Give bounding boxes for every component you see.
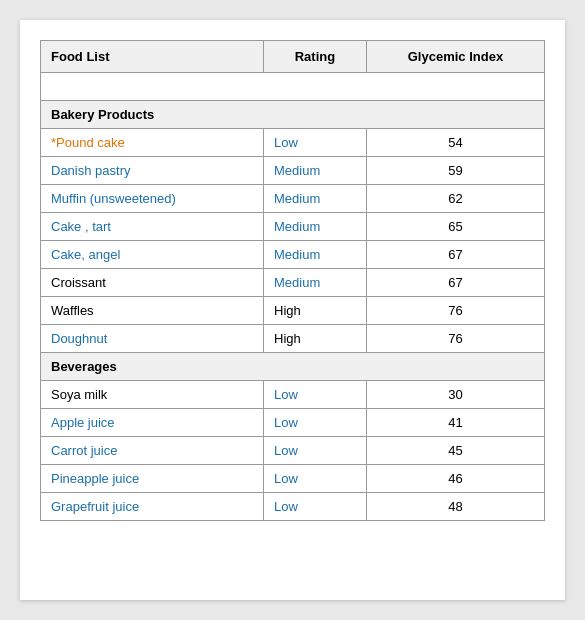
gi-cell: 67 <box>366 241 544 269</box>
food-name-cell: Pineapple juice <box>41 465 264 493</box>
food-name[interactable]: Cake, angel <box>51 247 120 262</box>
food-name-cell: Croissant <box>41 269 264 297</box>
gi-cell: 48 <box>366 493 544 521</box>
gi-cell: 45 <box>366 437 544 465</box>
gi-value: 67 <box>448 275 462 290</box>
food-name: Soya milk <box>51 387 107 402</box>
section-header-row: Bakery Products <box>41 101 545 129</box>
food-name-cell: *Pound cake <box>41 129 264 157</box>
food-name[interactable]: Carrot juice <box>51 443 117 458</box>
header-glycemic-index: Glycemic Index <box>366 41 544 73</box>
rating-value: Low <box>274 415 298 430</box>
gi-value: 54 <box>448 135 462 150</box>
rating-value: Medium <box>274 275 320 290</box>
rating-cell: Medium <box>264 185 367 213</box>
search-row <box>41 73 545 101</box>
table-row: Waffles High 76 <box>41 297 545 325</box>
food-name-cell: Doughnut <box>41 325 264 353</box>
food-name[interactable]: Pineapple juice <box>51 471 139 486</box>
rating-cell: Medium <box>264 213 367 241</box>
rating-value: Medium <box>274 247 320 262</box>
table-row: Grapefruit juice Low 48 <box>41 493 545 521</box>
rating-cell: Low <box>264 409 367 437</box>
food-name-cell: Carrot juice <box>41 437 264 465</box>
rating-value: High <box>274 303 301 318</box>
rating-cell: Low <box>264 381 367 409</box>
food-name-cell: Danish pastry <box>41 157 264 185</box>
rating-cell: Low <box>264 493 367 521</box>
rating-value: Medium <box>274 191 320 206</box>
rating-cell: Medium <box>264 269 367 297</box>
gi-cell: 59 <box>366 157 544 185</box>
rating-cell: High <box>264 297 367 325</box>
food-name-cell: Muffin (unsweetened) <box>41 185 264 213</box>
rating-value: Medium <box>274 163 320 178</box>
gi-cell: 46 <box>366 465 544 493</box>
search-cell[interactable] <box>41 73 545 101</box>
rating-value: Low <box>274 443 298 458</box>
food-name: Waffles <box>51 303 94 318</box>
table-row: Pineapple juice Low 46 <box>41 465 545 493</box>
table-row: Carrot juice Low 45 <box>41 437 545 465</box>
table-row: Doughnut High 76 <box>41 325 545 353</box>
section-header-row: Beverages <box>41 353 545 381</box>
gi-cell: 76 <box>366 297 544 325</box>
food-name-cell: Cake, angel <box>41 241 264 269</box>
gi-value: 76 <box>448 331 462 346</box>
section-header-cell: Bakery Products <box>41 101 545 129</box>
gi-cell: 62 <box>366 185 544 213</box>
table-row: Muffin (unsweetened) Medium 62 <box>41 185 545 213</box>
gi-value: 46 <box>448 471 462 486</box>
gi-value: 62 <box>448 191 462 206</box>
table-row: Croissant Medium 67 <box>41 269 545 297</box>
food-table: Food List Rating Glycemic Index Bakery P… <box>40 40 545 521</box>
header-rating: Rating <box>264 41 367 73</box>
gi-value: 45 <box>448 443 462 458</box>
food-name[interactable]: *Pound cake <box>51 135 125 150</box>
rating-value: High <box>274 331 301 346</box>
gi-cell: 65 <box>366 213 544 241</box>
gi-cell: 30 <box>366 381 544 409</box>
gi-value: 41 <box>448 415 462 430</box>
food-name[interactable]: Danish pastry <box>51 163 130 178</box>
rating-value: Medium <box>274 219 320 234</box>
rating-value: Low <box>274 499 298 514</box>
gi-cell: 76 <box>366 325 544 353</box>
header-food-list: Food List <box>41 41 264 73</box>
rating-cell: Medium <box>264 241 367 269</box>
food-name-cell: Waffles <box>41 297 264 325</box>
food-name-cell: Apple juice <box>41 409 264 437</box>
gi-value: 65 <box>448 219 462 234</box>
food-name-cell: Grapefruit juice <box>41 493 264 521</box>
gi-value: 30 <box>448 387 462 402</box>
table-row: Cake, angel Medium 67 <box>41 241 545 269</box>
section-header-cell: Beverages <box>41 353 545 381</box>
rating-value: Low <box>274 471 298 486</box>
gi-value: 76 <box>448 303 462 318</box>
rating-value: Low <box>274 135 298 150</box>
food-name[interactable]: Cake , tart <box>51 219 111 234</box>
gi-cell: 41 <box>366 409 544 437</box>
food-name-cell: Soya milk <box>41 381 264 409</box>
food-name[interactable]: Grapefruit juice <box>51 499 139 514</box>
rating-cell: Low <box>264 129 367 157</box>
rating-value: Low <box>274 387 298 402</box>
table-row: Soya milk Low 30 <box>41 381 545 409</box>
food-name[interactable]: Doughnut <box>51 331 107 346</box>
food-name[interactable]: Apple juice <box>51 415 115 430</box>
food-name: Croissant <box>51 275 106 290</box>
food-name-cell: Cake , tart <box>41 213 264 241</box>
gi-value: 48 <box>448 499 462 514</box>
rating-cell: High <box>264 325 367 353</box>
gi-cell: 54 <box>366 129 544 157</box>
gi-value: 67 <box>448 247 462 262</box>
table-row: Apple juice Low 41 <box>41 409 545 437</box>
gi-cell: 67 <box>366 269 544 297</box>
page-container: Food List Rating Glycemic Index Bakery P… <box>20 20 565 600</box>
rating-cell: Low <box>264 437 367 465</box>
gi-value: 59 <box>448 163 462 178</box>
rating-cell: Low <box>264 465 367 493</box>
rating-cell: Medium <box>264 157 367 185</box>
table-row: Danish pastry Medium 59 <box>41 157 545 185</box>
food-name[interactable]: Muffin (unsweetened) <box>51 191 176 206</box>
